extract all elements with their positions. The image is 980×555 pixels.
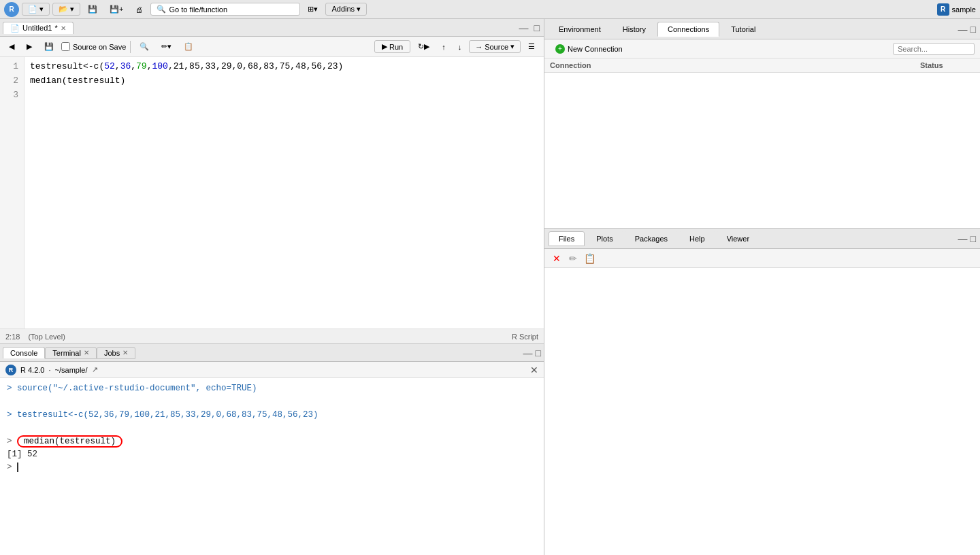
minimize-right-top-btn[interactable]: — (958, 24, 968, 35)
scope-label: (Top Level) (28, 333, 65, 341)
editor-content[interactable]: 1 2 3 testresult<-c(52,36,79,100,21,85,3… (0, 57, 544, 329)
connections-toolbar: + New Connection (544, 39, 980, 58)
console-line-1: > source("~/.active-rstudio-document", e… (7, 382, 537, 395)
down-btn[interactable]: ↓ (453, 41, 467, 53)
code-area[interactable]: testresult<-c(52,36,79,100,21,85,33,29,0… (24, 57, 544, 329)
console-content[interactable]: > source("~/.active-rstudio-document", e… (0, 378, 544, 555)
addins-btn[interactable]: Addins ▾ (325, 3, 367, 16)
files-content (544, 268, 980, 555)
maximize-right-bottom-btn[interactable]: □ (970, 233, 976, 244)
tab-packages[interactable]: Packages (625, 231, 678, 246)
clear-console-btn[interactable]: ✕ (530, 365, 538, 375)
grid-btn[interactable]: ⊞▾ (303, 3, 323, 16)
tab-connections[interactable]: Connections (657, 22, 719, 37)
line-numbers: 1 2 3 (0, 57, 24, 329)
console-result: [1] 52 (7, 450, 37, 459)
tab-terminal[interactable]: Terminal ✕ (45, 347, 97, 359)
minimize-editor-btn[interactable]: — (518, 22, 530, 33)
highlighted-command: median(testresult) (17, 435, 122, 448)
minimize-right-bottom-btn[interactable]: — (958, 233, 968, 244)
right-bottom: Files Plots Packages Help Viewer — □ (544, 229, 980, 555)
source-icon: → (475, 43, 483, 51)
files-toolbar: ✕ ✏ 📋 (544, 249, 980, 268)
tab-modified: * (54, 24, 57, 32)
tab-close-btn[interactable]: ✕ (61, 24, 66, 32)
tab-jobs[interactable]: Jobs ✕ (97, 347, 135, 359)
code-line-3 (30, 88, 538, 103)
save-file-btn[interactable]: 💾 (39, 40, 59, 53)
dir-icon: ↗ (92, 365, 98, 374)
source-on-save-label: Source on Save (73, 43, 126, 51)
tab-plots[interactable]: Plots (586, 231, 623, 246)
maximize-right-top-btn[interactable]: □ (970, 24, 976, 35)
connections-search[interactable] (893, 43, 975, 55)
col-status: Status (920, 61, 975, 69)
file-icon: 📄 (10, 24, 20, 33)
maximize-console-btn[interactable]: □ (536, 348, 541, 358)
editor-toolbar: ◀ ▶ 💾 Source on Save 🔍 ✏▾ 📋 ▶ Run ↻▶ (0, 37, 544, 57)
right-panel: Environment History Connections Tutorial… (544, 19, 980, 555)
tab-viewer[interactable]: Viewer (717, 231, 760, 246)
r-version: R 4.2.0 (20, 366, 44, 374)
jobs-close[interactable]: ✕ (122, 349, 128, 356)
up-btn[interactable]: ↑ (437, 41, 451, 53)
source-btn[interactable]: → Source▾ (469, 40, 521, 53)
save-btn[interactable]: 💾 (83, 3, 102, 16)
tab-tutorial[interactable]: Tutorial (721, 22, 766, 37)
tab-files[interactable]: Files (549, 231, 585, 246)
go-to-file-label: Go to file/function (169, 5, 227, 14)
source-on-save-checkbox[interactable] (61, 42, 70, 51)
r-icon: R (937, 3, 949, 16)
tab-help[interactable]: Help (679, 231, 715, 246)
username: sample (952, 5, 976, 14)
find-btn[interactable]: 🔍 (135, 40, 154, 53)
editor-tab-untitled1[interactable]: 📄 Untitled1 * ✕ (3, 22, 74, 34)
console-section: Console Terminal ✕ Jobs ✕ — □ R (0, 344, 544, 555)
save-all-btn[interactable]: 💾+ (105, 3, 128, 16)
code-line-1: testresult<-c(52,36,79,100,21,85,33,29,0… (30, 60, 538, 74)
connections-table-header: Connection Status (544, 58, 980, 73)
console-prompt-3: > (7, 437, 17, 446)
console-output-1: [1] 52 (7, 448, 537, 461)
console-header: R R 4.2.0 · ~/sample/ ↗ ✕ (0, 362, 544, 378)
rstudio-icon[interactable]: R (4, 2, 19, 17)
console-tab-bar: Console Terminal ✕ Jobs ✕ — □ (0, 344, 544, 362)
source-on-save: Source on Save (61, 42, 126, 51)
copy-file-btn[interactable]: 📋 (583, 252, 596, 265)
minimize-console-btn[interactable]: — (523, 348, 533, 358)
tab-history[interactable]: History (612, 22, 656, 37)
open-file-btn[interactable]: 📂▾ (52, 3, 80, 16)
console-controls: — □ (523, 348, 541, 358)
compile-btn[interactable]: 📋 (179, 40, 198, 53)
delete-file-btn[interactable]: ✕ (550, 252, 564, 265)
maximize-editor-btn[interactable]: □ (533, 22, 541, 33)
col-connection: Connection (550, 61, 920, 69)
right-top: Environment History Connections Tutorial… (544, 19, 980, 229)
code-tools-btn[interactable]: ✏▾ (157, 40, 176, 53)
code-text-1: testresult<-c(52,36,79,100,21,85,33,29,0… (30, 60, 343, 74)
go-to-file-box[interactable]: 🔍 Go to file/function (150, 3, 300, 16)
new-connection-btn[interactable]: + New Connection (550, 43, 628, 55)
rerun-btn[interactable]: ↻▶ (413, 40, 434, 53)
search-small-icon: 🔍 (157, 5, 166, 14)
new-connection-label: New Connection (568, 45, 623, 53)
edit-file-btn[interactable]: ✏ (566, 252, 580, 265)
right-tab-controls: — □ (958, 24, 976, 35)
file-type: R Script (512, 333, 538, 341)
new-file-icon: 📄 (28, 5, 37, 14)
right-tab-bar: Environment History Connections Tutorial… (544, 19, 980, 39)
run-btn[interactable]: ▶ Run (374, 40, 410, 53)
tab-environment[interactable]: Environment (549, 22, 611, 37)
console-line-2: > testresult<-c(52,36,79,100,21,85,33,29… (7, 409, 537, 422)
run-icon: ▶ (382, 42, 387, 51)
console-blank-1 (7, 395, 537, 408)
tab-console[interactable]: Console (3, 347, 45, 358)
back-btn[interactable]: ◀ (4, 40, 19, 53)
new-file-btn[interactable]: 📄▾ (22, 3, 50, 16)
editor-section: 📄 Untitled1 * ✕ — □ ◀ ▶ 💾 Source on (0, 19, 544, 344)
terminal-close[interactable]: ✕ (84, 349, 89, 356)
print-btn[interactable]: 🖨 (131, 3, 148, 16)
tab-title: Untitled1 (22, 24, 52, 32)
forward-btn[interactable]: ▶ (22, 40, 37, 53)
menu-btn[interactable]: ☰ (523, 40, 540, 53)
